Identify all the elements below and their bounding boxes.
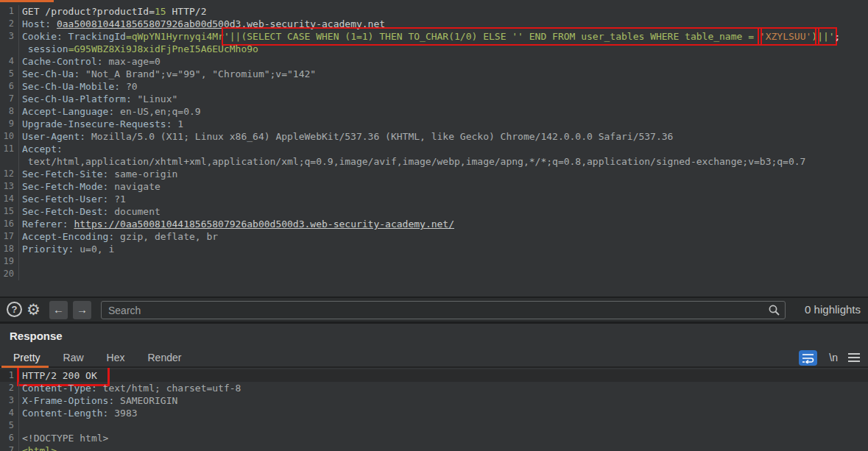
line-number: 3 [0, 30, 19, 43]
line-number: 16 [0, 218, 19, 230]
help-icon[interactable]: ? [7, 302, 22, 317]
request-line: 13Sec-Fetch-Mode: navigate [0, 180, 868, 193]
menu-icon[interactable] [848, 352, 860, 366]
show-newlines-toggle[interactable]: \n [829, 350, 838, 366]
line-number: 4 [0, 55, 19, 68]
request-line: 5Sec-Ch-Ua: "Not_A Brand";v="99", "Chrom… [0, 68, 868, 80]
search-toolbar: ? ⚙ ← → 0 highlights [0, 298, 868, 322]
line-number: 20 [0, 268, 19, 280]
response-tab-bar: Pretty Raw Hex Render \n [0, 349, 868, 368]
response-line: 1HTTP/2 200 OK [0, 369, 868, 382]
request-line: 10User-Agent: Mozilla/5.0 (X11; Linux x8… [0, 130, 868, 143]
request-line: 17Accept-Encoding: gzip, deflate, br [0, 230, 868, 243]
line-number: 8 [0, 105, 19, 118]
response-line: 4Content-Length: 3983 [0, 407, 868, 419]
request-line: 4Cache-Control: max-age=0 [0, 55, 868, 68]
search-field-wrap [101, 301, 786, 319]
search-icon[interactable] [768, 304, 780, 316]
word-wrap-icon [802, 352, 814, 363]
response-line: 6<!DOCTYPE html> [0, 432, 868, 444]
request-line: 9Upgrade-Insecure-Requests: 1 [0, 118, 868, 130]
request-line: 15Sec-Fetch-Dest: document [0, 205, 868, 218]
request-line: 6Sec-Ch-Ua-Mobile: ?0 [0, 80, 868, 93]
response-line: 3X-Frame-Options: SAMEORIGIN [0, 394, 868, 407]
tab-render[interactable]: Render [148, 352, 182, 363]
request-line: 1GET /product?productId=15 HTTP/2 [0, 5, 868, 18]
line-number: 5 [0, 68, 19, 80]
line-number: 7 [0, 93, 19, 105]
line-number [0, 155, 19, 168]
response-title: Response [10, 330, 868, 342]
line-number: 5 [0, 419, 19, 432]
line-number: 9 [0, 118, 19, 130]
line-number: 4 [0, 407, 19, 419]
next-match-button[interactable]: → [73, 301, 91, 319]
line-number: 11 [0, 143, 19, 155]
response-line: 5 [0, 419, 868, 432]
request-line: session=G95WBZ8Xi9J8xidFjPneI5A6EUcMho9o [0, 43, 868, 55]
line-number: 6 [0, 432, 19, 444]
request-tab-underline [0, 0, 54, 2]
line-number: 7 [0, 444, 19, 451]
request-line: 7Sec-Ch-Ua-Platform: "Linux" [0, 93, 868, 105]
tab-pretty[interactable]: Pretty [13, 352, 40, 363]
annotation-box: ||' [816, 29, 835, 44]
request-line: text/html,application/xhtml+xml,applicat… [0, 155, 868, 168]
line-number: 14 [0, 193, 19, 205]
line-number: 15 [0, 205, 19, 218]
gear-icon[interactable]: ⚙ [27, 299, 40, 319]
search-input[interactable] [101, 301, 786, 319]
burp-repeater-view: 1GET /product?productId=15 HTTP/22Host: … [0, 0, 868, 451]
line-number: 1 [0, 5, 19, 18]
request-line: 12Sec-Fetch-Site: same-origin [0, 168, 868, 180]
response-code[interactable]: 1HTTP/2 200 OK2Content-Type: text/html; … [0, 368, 868, 451]
request-line: 14Sec-Fetch-User: ?1 [0, 193, 868, 205]
line-number: 18 [0, 243, 19, 255]
request-line: 8Accept-Language: en-US,en;q=0.9 [0, 105, 868, 118]
request-line: 16Referer: https://0aa500810441856580792… [0, 218, 868, 230]
response-line: 2Content-Type: text/html; charset=utf-8 [0, 382, 868, 394]
annotation-box: '||(SELECT CASE WHEN (1=1) THEN TO_CHAR(… [223, 29, 761, 44]
annotation-box: 'XZYLSUU') [759, 29, 818, 44]
request-code: 1GET /product?productId=15 HTTP/22Host: … [0, 0, 868, 280]
request-line: 11Accept: [0, 143, 868, 155]
line-number: 2 [0, 18, 19, 30]
line-number: 3 [0, 394, 19, 407]
request-line: 3Cookie: TrackingId=qWpYN1Hyrnyqi4Mr'||(… [0, 30, 868, 43]
line-number: 19 [0, 255, 19, 268]
request-line: 19 [0, 255, 868, 268]
line-number: 10 [0, 130, 19, 143]
line-number: 6 [0, 80, 19, 93]
line-number: 12 [0, 168, 19, 180]
request-line: 20 [0, 268, 868, 280]
selected-tab-underline [1, 366, 49, 368]
separator [0, 322, 868, 324]
tab-raw[interactable]: Raw [63, 352, 84, 363]
line-number: 13 [0, 180, 19, 193]
response-line: 7<html> [0, 444, 868, 451]
response-panel: Response Pretty Raw Hex Render \n [0, 330, 868, 451]
line-number: 1 [0, 369, 19, 382]
line-number: 2 [0, 382, 19, 394]
previous-match-button[interactable]: ← [49, 301, 68, 319]
highlights-count: 0 highlights [805, 298, 861, 322]
tab-hex[interactable]: Hex [107, 352, 125, 363]
line-number [0, 43, 19, 55]
word-wrap-button[interactable] [799, 350, 817, 366]
line-number: 17 [0, 230, 19, 243]
request-line: 18Priority: u=0, i [0, 243, 868, 255]
request-editor[interactable]: 1GET /product?productId=15 HTTP/22Host: … [0, 0, 868, 296]
